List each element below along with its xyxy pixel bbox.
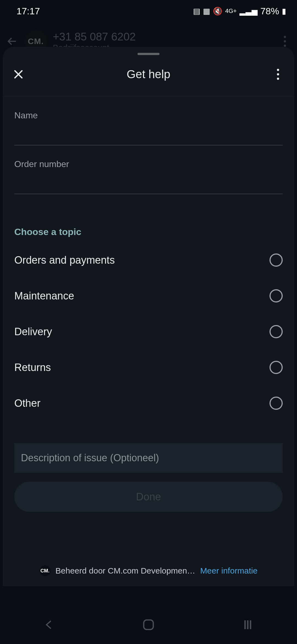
radio-icon <box>270 325 283 338</box>
status-time: 17:17 <box>16 6 40 17</box>
topic-maintenance[interactable]: Maintenance <box>14 278 283 314</box>
topic-heading: Choose a topic <box>14 227 283 237</box>
topic-label: Orders and payments <box>14 254 115 266</box>
nav-home-icon[interactable] <box>141 618 156 632</box>
description-input[interactable] <box>14 443 283 473</box>
nav-recent-icon[interactable] <box>241 618 254 631</box>
sim-icon: ▦ <box>203 7 210 16</box>
topic-label: Maintenance <box>14 290 74 302</box>
name-field: Name <box>14 97 283 145</box>
order-label: Order number <box>14 159 283 169</box>
radio-icon <box>270 397 283 410</box>
name-label: Name <box>14 110 283 121</box>
drag-handle[interactable] <box>138 53 160 55</box>
chat-title: +31 85 087 6202 <box>53 31 136 43</box>
network-type: 4G+ <box>225 7 237 15</box>
more-icon[interactable] <box>278 35 292 48</box>
managed-footer: CM. Beheerd door CM.com Developmen… Meer… <box>3 565 294 576</box>
card-icon: ▤ <box>193 7 200 16</box>
radio-icon <box>270 253 283 267</box>
topic-label: Returns <box>14 362 51 373</box>
nav-back-icon[interactable] <box>43 618 56 631</box>
topic-other[interactable]: Other <box>14 385 283 421</box>
order-input[interactable] <box>14 172 283 194</box>
status-bar: 17:17 ▤ ▦ 🔇 4G+ ▂▃▅ 78% ▮ <box>0 0 297 22</box>
status-right: ▤ ▦ 🔇 4G+ ▂▃▅ 78% ▮ <box>193 6 286 17</box>
footer-logo-icon: CM. <box>40 565 51 576</box>
help-sheet: Get help Name Order number Choose a topi… <box>3 47 294 586</box>
topic-delivery[interactable]: Delivery <box>14 314 283 350</box>
topic-label: Other <box>14 397 40 409</box>
topic-orders-payments[interactable]: Orders and payments <box>14 242 283 278</box>
radio-icon <box>270 289 283 302</box>
done-button[interactable]: Done <box>14 482 283 512</box>
footer-link[interactable]: Meer informatie <box>200 566 257 575</box>
footer-text: Beheerd door CM.com Developmen… <box>56 566 196 575</box>
topic-label: Delivery <box>14 326 52 338</box>
topic-returns[interactable]: Returns <box>14 350 283 385</box>
back-icon[interactable] <box>6 35 19 48</box>
name-input[interactable] <box>14 123 283 145</box>
mute-icon: 🔇 <box>213 7 222 16</box>
sheet-title: Get help <box>3 68 294 81</box>
radio-icon <box>270 361 283 374</box>
sheet-body: Name Order number Choose a topic Orders … <box>3 96 294 586</box>
svg-rect-0 <box>144 620 153 630</box>
battery-icon: ▮ <box>282 7 286 16</box>
nav-bar <box>0 605 297 644</box>
battery-percent: 78% <box>260 6 279 17</box>
order-field: Order number <box>14 145 283 194</box>
signal-icon: ▂▃▅ <box>240 7 258 16</box>
close-icon[interactable] <box>12 68 24 80</box>
sheet-more-icon[interactable] <box>271 68 285 81</box>
sheet-header: Get help <box>3 58 294 91</box>
